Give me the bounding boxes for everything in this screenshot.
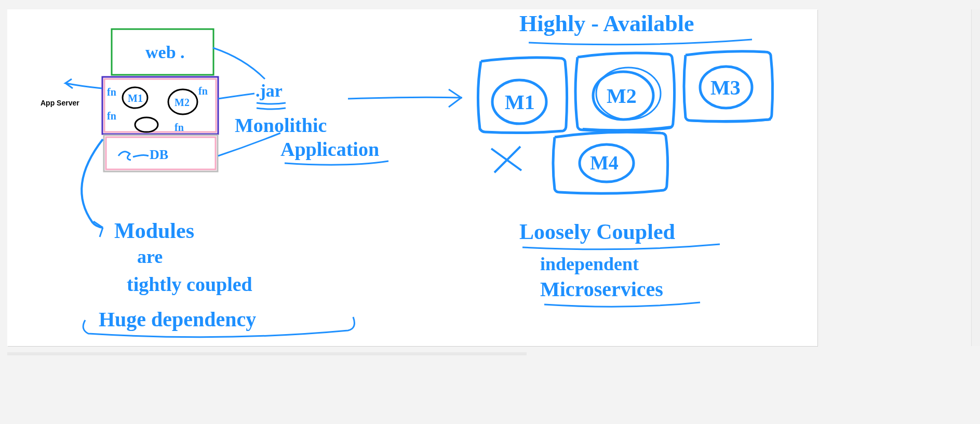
scrollbar-vertical[interactable] xyxy=(971,9,980,346)
page: App Server web . M1 M2 fn fn fn fn DB xyxy=(0,0,980,424)
scrollbar-horizontal[interactable] xyxy=(7,352,527,355)
whiteboard-canvas[interactable] xyxy=(7,9,817,346)
label-app-server: App Server xyxy=(41,99,79,107)
